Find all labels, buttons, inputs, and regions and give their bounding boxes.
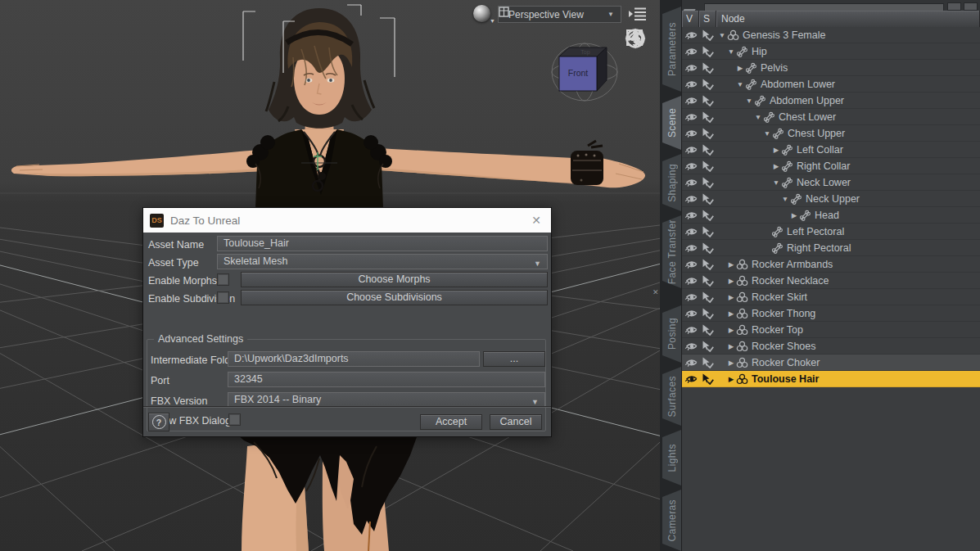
scene-tree-row[interactable]: ▼Neck Lower [682, 174, 980, 191]
scene-tree-row[interactable]: ▼Genesis 3 Female [682, 27, 980, 43]
selectability-pointer-icon[interactable] [701, 242, 717, 254]
dock-collapse-grip-icon[interactable]: ✕ [653, 288, 659, 296]
dock-tab-shaping[interactable]: Shaping [662, 154, 681, 211]
scene-tree-row[interactable]: ▶Rocker Shoes [682, 338, 980, 355]
scene-tree-row[interactable]: ▶Right Collar [682, 158, 980, 174]
visibility-eye-icon[interactable] [682, 95, 701, 106]
expand-arrow-icon[interactable]: ▶ [726, 375, 736, 383]
selectability-pointer-icon[interactable] [701, 357, 717, 368]
visibility-eye-icon[interactable] [682, 291, 701, 302]
scene-tree-row[interactable]: ▶Rocker Choker [682, 355, 980, 371]
expand-arrow-icon[interactable]: ▶ [789, 211, 799, 219]
aim-camera-icon[interactable] [625, 116, 651, 138]
expand-arrow-icon[interactable]: ▼ [753, 113, 763, 121]
scene-tree-row[interactable]: Left Pectoral [682, 224, 980, 240]
scene-tree-row[interactable]: ▼Neck Upper [682, 191, 980, 207]
dialog-titlebar[interactable]: DS Daz To Unreal ✕ [143, 208, 551, 233]
help-button[interactable]: ? [148, 413, 169, 431]
camera-orb-icon[interactable] [473, 5, 490, 22]
expand-arrow-icon[interactable]: ▶ [726, 342, 736, 350]
visibility-eye-icon[interactable] [682, 111, 701, 122]
asset-name-input[interactable]: Toulouse_Hair [217, 236, 548, 251]
visibility-eye-icon[interactable] [682, 275, 701, 286]
scene-tree-row[interactable]: ▼Abdomen Lower [682, 76, 980, 93]
scene-tree-row[interactable]: ▼Chest Upper [682, 125, 980, 142]
browse-folder-button[interactable]: ... [483, 351, 545, 367]
expand-arrow-icon[interactable]: ▶ [735, 64, 745, 72]
selectability-pointer-icon[interactable] [701, 144, 717, 156]
pan-camera-icon[interactable] [625, 50, 651, 72]
selectability-pointer-icon[interactable] [701, 308, 717, 319]
expand-arrow-icon[interactable]: ▼ [717, 31, 727, 39]
cancel-button[interactable]: Cancel [490, 414, 542, 430]
asset-type-select[interactable]: Skeletal Mesh ▼ [217, 254, 548, 269]
expand-arrow-icon[interactable]: ▼ [780, 195, 790, 203]
selectability-pointer-icon[interactable] [701, 79, 717, 90]
expand-arrow-icon[interactable]: ▶ [771, 146, 781, 154]
port-input[interactable]: 32345 [228, 372, 545, 387]
selectability-pointer-icon[interactable] [701, 324, 717, 336]
selectability-pointer-icon[interactable] [701, 210, 717, 221]
visibility-eye-icon[interactable] [682, 242, 701, 253]
filter-icon[interactable] [684, 1, 701, 11]
selectability-pointer-icon[interactable] [701, 29, 717, 41]
scene-tree-row[interactable]: Right Pectoral [682, 240, 980, 256]
visibility-eye-icon[interactable] [682, 341, 701, 351]
expand-arrow-icon[interactable]: ▶ [726, 293, 736, 301]
scene-tree-row[interactable]: ▼Hip [682, 43, 980, 60]
zoom-icon[interactable] [625, 72, 651, 94]
selectability-pointer-icon[interactable] [701, 177, 717, 188]
filter-option-button[interactable] [947, 2, 961, 11]
visibility-eye-icon[interactable] [682, 29, 701, 40]
expand-arrow-icon[interactable]: ▶ [726, 359, 736, 367]
dock-tab-cameras[interactable]: Cameras [662, 490, 681, 551]
visibility-eye-icon[interactable] [682, 46, 701, 56]
scene-tree-row[interactable]: ▶Rocker Necklace [682, 273, 980, 289]
dock-tab-scene[interactable]: Scene [662, 96, 681, 150]
visibility-eye-icon[interactable] [682, 193, 701, 204]
scene-tree-row[interactable]: ▶Head [682, 207, 980, 224]
visibility-eye-icon[interactable] [682, 62, 701, 73]
filter-menu-button[interactable] [964, 2, 978, 11]
dock-tab-parameters[interactable]: Parameters [662, 7, 681, 92]
selectability-pointer-icon[interactable] [701, 291, 717, 303]
choose-subdivisions-button[interactable]: Choose Subdivisions [241, 290, 548, 305]
selectability-pointer-icon[interactable] [701, 46, 717, 57]
accept-button[interactable]: Accept [420, 414, 482, 430]
view-selector-dropdown[interactable]: Perspective View ▼ [498, 6, 621, 23]
expand-arrow-icon[interactable]: ▼ [744, 97, 754, 105]
column-selectable[interactable]: S [699, 11, 716, 27]
visibility-eye-icon[interactable] [682, 160, 701, 171]
visibility-eye-icon[interactable] [682, 373, 701, 384]
column-node[interactable]: Node [716, 11, 980, 27]
enable-morphs-checkbox[interactable] [217, 273, 229, 286]
expand-arrow-icon[interactable]: ▼ [762, 129, 772, 138]
visibility-eye-icon[interactable] [682, 324, 701, 335]
dock-tab-face-transfer[interactable]: Face Transfer [662, 215, 681, 288]
scene-tree-row[interactable]: ▶Rocker Skirt [682, 289, 980, 305]
expand-arrow-icon[interactable]: ▼ [726, 47, 736, 56]
selectability-pointer-icon[interactable] [701, 95, 717, 106]
visibility-eye-icon[interactable] [682, 210, 701, 220]
column-visible[interactable]: V [682, 11, 699, 27]
expand-arrow-icon[interactable]: ▼ [735, 80, 745, 88]
selectability-pointer-icon[interactable] [701, 111, 717, 123]
expand-arrow-icon[interactable]: ▼ [771, 178, 781, 187]
choose-morphs-button[interactable]: Choose Morphs [241, 272, 548, 287]
frame-selection-icon[interactable] [625, 94, 651, 116]
selectability-pointer-icon[interactable] [701, 128, 717, 139]
dock-tab-posing[interactable]: Posing [662, 305, 681, 363]
visibility-eye-icon[interactable] [682, 226, 701, 237]
selectability-pointer-icon[interactable] [701, 160, 717, 172]
scene-tree-row[interactable]: ▼Abdomen Upper [682, 93, 980, 109]
selectability-pointer-icon[interactable] [701, 193, 717, 205]
expand-arrow-icon[interactable]: ▶ [771, 162, 781, 170]
intermediate-folder-input[interactable]: D:\Upwork\Daz3dImports [228, 351, 480, 367]
scene-tree-row[interactable]: ▶Rocker Thong [682, 305, 980, 322]
viewport-options-menu-icon[interactable] [627, 5, 648, 23]
scene-tree-row[interactable]: ▶Rocker Top [682, 322, 980, 338]
scene-tree-row[interactable]: ▶Left Collar [682, 142, 980, 158]
scene-tree-row[interactable]: ▶Rocker Armbands [682, 256, 980, 273]
close-icon[interactable]: ✕ [531, 214, 541, 227]
visibility-eye-icon[interactable] [682, 128, 701, 138]
